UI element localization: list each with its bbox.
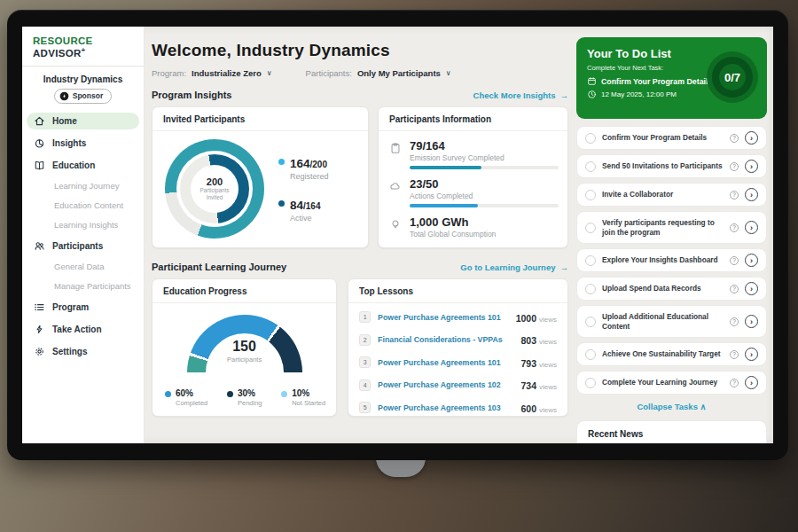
todo-task-list: Confirm Your Program Details ? › Send 50… (576, 126, 767, 395)
check-more-insights-link[interactable]: Check More Insights → (473, 90, 568, 100)
task-row[interactable]: Send 50 Invitations to Participants ? › (576, 154, 767, 178)
task-checkbox[interactable] (585, 161, 596, 172)
task-checkbox[interactable] (585, 255, 596, 266)
lesson-views: 1000 (516, 313, 536, 324)
sidebar-item-home[interactable]: Home (27, 113, 139, 129)
lesson-rank: 4 (359, 379, 371, 391)
task-checkbox[interactable] (585, 190, 596, 200)
help-icon[interactable]: ? (730, 317, 739, 326)
chevron-right-icon[interactable]: › (745, 188, 758, 201)
legend-dot (165, 391, 171, 397)
card-title: Recent News (588, 429, 755, 439)
sidebar-item-program[interactable]: Program (27, 299, 139, 316)
sidebar-item-label: Settings (52, 347, 87, 356)
help-icon[interactable]: ? (730, 285, 739, 293)
lesson-views-suffix: views (539, 406, 557, 414)
task-label: Verify participants requesting to join t… (602, 215, 724, 241)
sidebar-item-education-content[interactable]: Education Content (27, 199, 139, 213)
help-icon[interactable]: ? (730, 256, 739, 265)
home-icon (34, 115, 45, 127)
task-row[interactable]: Invite a Collaborator ? › (576, 183, 767, 207)
collapse-tasks-link[interactable]: Collapse Tasks ∧ (576, 402, 767, 411)
sidebar-item-label: Learning Journey (54, 181, 119, 191)
lesson-link[interactable]: Power Purchase Agreements 101 (378, 313, 509, 322)
help-icon[interactable]: ? (730, 379, 739, 387)
top-lessons-card: Top Lessons 1 Power Purchase Agreements … (348, 278, 568, 417)
task-row[interactable]: Verify participants requesting to join t… (576, 211, 767, 244)
stat-actions-completed: 23/50 Actions Completed (379, 169, 567, 207)
todo-progress-ring: 0/7 (707, 51, 758, 103)
stat-value: 79/164 (410, 139, 559, 153)
task-row[interactable]: Upload Spend Data Records ? › (576, 277, 767, 301)
todo-next-task-label: Confirm Your Program Details (601, 77, 712, 86)
logo-plus: + (82, 46, 86, 54)
recent-news-card: Recent News (576, 420, 767, 443)
task-row[interactable]: Upload Additional Educational Content ? … (576, 305, 767, 338)
sidebar-item-learning-insights[interactable]: Learning Insights (27, 218, 139, 232)
education-progress-gauge-chart: 150 Participants (187, 315, 302, 372)
sidebar-item-education[interactable]: Education (27, 157, 139, 174)
chevron-right-icon[interactable]: › (745, 254, 758, 267)
stat-value: 1,000 GWh (410, 215, 496, 229)
participants-dropdown[interactable]: Only My Participants (357, 68, 441, 78)
lesson-rank: 5 (359, 402, 371, 413)
chevron-right-icon[interactable]: › (745, 221, 758, 234)
task-row[interactable]: Explore Your Insights Dashboard ? › (576, 248, 767, 272)
chevron-right-icon[interactable]: › (745, 376, 758, 389)
task-row[interactable]: Complete Your Learning Journey ? › (576, 371, 767, 395)
task-checkbox[interactable] (585, 133, 596, 144)
sidebar-item-learning-journey[interactable]: Learning Journey (27, 179, 139, 193)
logo-text-secondary: ADVISOR (33, 48, 82, 59)
help-icon[interactable]: ? (730, 134, 739, 143)
progress-bar (410, 204, 559, 207)
sidebar-item-participants[interactable]: Participants (27, 238, 139, 254)
program-icon (34, 301, 45, 313)
chevron-right-icon[interactable]: › (745, 131, 758, 145)
task-checkbox[interactable] (585, 284, 596, 294)
section-title: Participant Learning Journey (152, 262, 286, 272)
help-icon[interactable]: ? (730, 350, 739, 359)
sidebar-item-settings[interactable]: Settings (27, 343, 139, 360)
sidebar-item-manage-participants[interactable]: Manage Participants (27, 279, 139, 293)
help-icon[interactable]: ? (730, 162, 739, 171)
go-to-learning-journey-link[interactable]: Go to Learning Journey → (460, 262, 568, 272)
todo-rail: Your To Do List Complete Your Next Task:… (576, 27, 767, 443)
chevron-down-icon[interactable]: ∨ (446, 69, 451, 77)
help-icon[interactable]: ? (730, 191, 739, 200)
chevron-down-icon[interactable]: ∨ (267, 69, 272, 77)
lesson-link[interactable]: Power Purchase Agreements 102 (378, 380, 513, 389)
arrow-right-icon: → (560, 262, 569, 272)
card-title: Top Lessons (348, 279, 567, 303)
lesson-link[interactable]: Financial Considerations - VPPAs (378, 335, 513, 344)
task-checkbox[interactable] (585, 317, 596, 327)
arrow-right-icon: → (560, 90, 569, 100)
progress-bar (410, 166, 559, 169)
sidebar-item-label: Education Content (54, 200, 123, 210)
lesson-link[interactable]: Power Purchase Agreements 101 (378, 358, 513, 367)
sidebar-nav: Home Insights Education Learning Journey… (22, 111, 144, 362)
program-dropdown[interactable]: Industrialize Zero (192, 68, 262, 78)
sidebar-item-label: Education (52, 160, 95, 170)
help-icon[interactable]: ? (730, 223, 739, 232)
sidebar-item-insights[interactable]: Insights (27, 135, 139, 152)
task-label: Achieve One Sustainability Target (602, 346, 724, 363)
task-row[interactable]: Achieve One Sustainability Target ? › (576, 342, 767, 366)
chevron-right-icon[interactable]: › (745, 315, 758, 328)
sidebar-item-general-data[interactable]: General Data (27, 260, 139, 274)
learning-journey-section-header: Participant Learning Journey Go to Learn… (152, 262, 568, 272)
chevron-right-icon[interactable]: › (745, 348, 758, 361)
collapse-caret-icon: ∧ (700, 402, 707, 411)
task-row[interactable]: Confirm Your Program Details ? › (576, 126, 767, 150)
legend-value: 164 (290, 157, 310, 170)
donut-legend: 164/200 Registered 84/164 Active (278, 155, 329, 223)
task-label: Complete Your Learning Journey (602, 374, 724, 391)
task-checkbox[interactable] (585, 349, 596, 360)
task-label: Upload Spend Data Records (602, 280, 724, 297)
chevron-right-icon[interactable]: › (745, 160, 758, 173)
chevron-right-icon[interactable]: › (745, 282, 758, 295)
lesson-link[interactable]: Power Purchase Agreements 103 (378, 403, 513, 412)
sidebar-item-take-action[interactable]: Take Action (27, 321, 139, 338)
task-checkbox[interactable] (585, 223, 596, 233)
org-name: Industry Dynamics (22, 74, 144, 84)
task-checkbox[interactable] (585, 378, 596, 388)
